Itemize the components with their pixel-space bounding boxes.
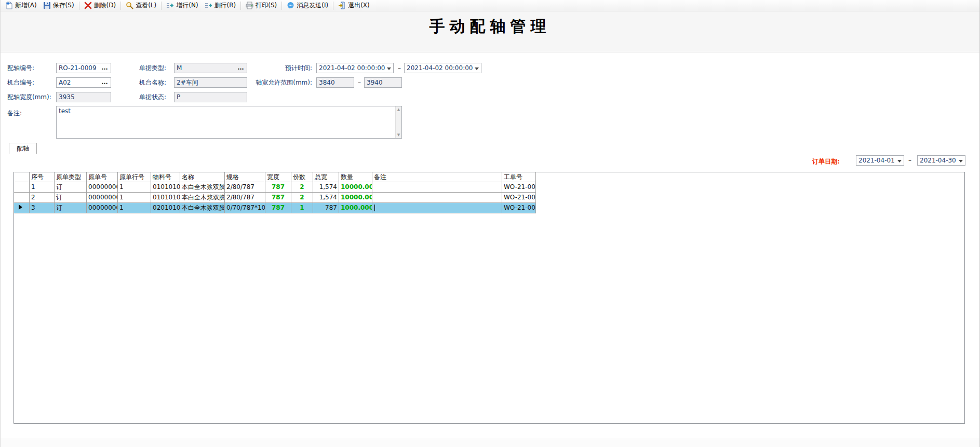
- width-range-to-input[interactable]: 3940: [364, 77, 402, 88]
- cell-material[interactable]: 020101001: [151, 203, 180, 213]
- column-header-qty[interactable]: 数量: [339, 172, 372, 182]
- plan-time-to-dropdown[interactable]: 2021-04-02 00:00:00: [404, 63, 481, 73]
- machine-name-input[interactable]: 2#车间: [174, 77, 247, 88]
- column-header-material[interactable]: 物料号: [151, 172, 180, 182]
- column-header-orig-type[interactable]: 原单类型: [55, 172, 87, 182]
- cell-shares[interactable]: 2: [291, 182, 313, 193]
- cell-spec[interactable]: 0/70/787*1092: [225, 203, 265, 213]
- cell-qty[interactable]: 1000.0000: [339, 203, 372, 213]
- cell-orig-no[interactable]: 0000000003: [87, 193, 118, 203]
- cell-width[interactable]: 787: [265, 203, 291, 213]
- delete-button[interactable]: 删除(D): [81, 0, 119, 11]
- cell-name[interactable]: 本白全木浆双胶纸: [180, 182, 225, 193]
- delete-row-button[interactable]: 删行(R): [202, 0, 239, 11]
- column-header-seq[interactable]: 序号: [30, 172, 55, 182]
- cell-seq[interactable]: 3: [30, 203, 55, 213]
- row-selector-cell[interactable]: [14, 203, 30, 213]
- cell-material[interactable]: 010101010: [151, 182, 180, 193]
- cell-orig-type[interactable]: 订: [55, 203, 87, 213]
- tab-axis-detail[interactable]: 配轴: [9, 143, 37, 154]
- cell-name[interactable]: 本白全木浆双胶纸: [180, 193, 225, 203]
- cell-work-order[interactable]: WO-21-0002: [502, 193, 536, 203]
- width-range-from-input[interactable]: 3840: [316, 77, 354, 88]
- message-send-button[interactable]: 消息发送(I): [284, 0, 331, 11]
- cell-shares[interactable]: 1: [291, 203, 313, 213]
- print-button[interactable]: 打印(S): [243, 0, 280, 11]
- column-header-work-order[interactable]: 工单号: [502, 172, 536, 182]
- axis-width-input[interactable]: 3935: [56, 92, 111, 102]
- cell-total-width[interactable]: 1,574: [313, 193, 339, 203]
- cell-orig-line[interactable]: 1: [118, 203, 151, 213]
- column-header-spec[interactable]: 规格: [225, 172, 265, 182]
- doc-type-label: 单据类型:: [139, 63, 166, 73]
- cell-width[interactable]: 787: [265, 193, 291, 203]
- cell-material[interactable]: 010101010: [151, 193, 180, 203]
- column-header-shares[interactable]: 份数: [291, 172, 313, 182]
- save-button[interactable]: 保存(S): [40, 0, 77, 11]
- cell-remark-editing[interactable]: [372, 203, 502, 213]
- cell-width[interactable]: 787: [265, 182, 291, 193]
- order-date-to-dropdown[interactable]: 2021-04-30: [917, 155, 965, 166]
- doc-type-value: M: [177, 64, 182, 72]
- cell-remark[interactable]: [372, 182, 502, 193]
- cell-name[interactable]: 本白全木浆双胶纸: [180, 203, 225, 213]
- doc-type-input[interactable]: M: [174, 63, 247, 73]
- cell-qty[interactable]: 10000.0000: [339, 193, 372, 203]
- machine-no-lookup-button[interactable]: …: [101, 78, 109, 88]
- cell-orig-line[interactable]: 1: [118, 182, 151, 193]
- toolbar-separator: [281, 2, 282, 10]
- row-selector-cell[interactable]: [14, 182, 30, 193]
- row-selector-header: [14, 172, 30, 182]
- cell-work-order[interactable]: WO-21-0001: [502, 182, 536, 193]
- remark-textarea[interactable]: test ▲▼: [56, 106, 402, 139]
- order-date-from-dropdown[interactable]: 2021-04-01: [856, 155, 904, 166]
- cell-qty[interactable]: 10000.0000: [339, 182, 372, 193]
- axis-no-lookup-button[interactable]: …: [101, 64, 109, 73]
- toolbar-separator: [333, 2, 333, 10]
- exit-button[interactable]: 退出(X): [335, 0, 373, 11]
- save-button-label: 保存(S): [53, 1, 74, 10]
- cell-spec[interactable]: 2/80/787: [225, 193, 265, 203]
- view-button[interactable]: 查看(L): [123, 0, 159, 11]
- cell-seq[interactable]: 1: [30, 182, 55, 193]
- cell-orig-type[interactable]: 订: [55, 193, 87, 203]
- column-header-total-width[interactable]: 总宽: [313, 172, 339, 182]
- doc-type-lookup-button[interactable]: …: [237, 64, 245, 73]
- cell-total-width[interactable]: 787: [313, 203, 339, 213]
- cell-remark[interactable]: [372, 193, 502, 203]
- row-selector-cell[interactable]: [14, 193, 30, 203]
- plan-time-label: 预计时间:: [263, 63, 312, 73]
- width-range-from-value: 3840: [319, 79, 335, 86]
- add-row-button[interactable]: 增行(N): [163, 0, 201, 11]
- scroll-down-icon[interactable]: ▼: [397, 133, 400, 137]
- table-row-selected[interactable]: 3 订 0000000007 1 020101001 本白全木浆双胶纸 0/70…: [14, 203, 536, 213]
- new-document-icon: [5, 2, 13, 9]
- plan-time-from-dropdown[interactable]: 2021-04-02 00:00:00: [316, 63, 394, 73]
- scroll-up-icon[interactable]: ▲: [397, 107, 400, 112]
- order-date-label: 订单日期:: [812, 156, 840, 167]
- cell-orig-type[interactable]: 订: [55, 182, 87, 193]
- column-header-orig-no[interactable]: 原单号: [87, 172, 118, 182]
- doc-status-input[interactable]: P: [174, 92, 247, 102]
- cell-work-order[interactable]: WO-21-0003: [502, 203, 536, 213]
- column-header-remark[interactable]: 备注: [372, 172, 502, 182]
- cell-spec[interactable]: 2/80/787: [225, 182, 265, 193]
- cell-shares[interactable]: 2: [291, 193, 313, 203]
- cell-orig-no[interactable]: 0000000007: [87, 203, 118, 213]
- add-button[interactable]: 新增(A): [2, 0, 40, 11]
- column-header-name[interactable]: 名称: [180, 172, 225, 182]
- cell-total-width[interactable]: 1,574: [313, 182, 339, 193]
- column-header-orig-line[interactable]: 原单行号: [118, 172, 151, 182]
- table-row[interactable]: 2 订 0000000003 1 010101010 本白全木浆双胶纸 2/80…: [14, 193, 536, 203]
- cell-orig-no[interactable]: 0000000006: [87, 182, 118, 193]
- cell-orig-line[interactable]: 1: [118, 193, 151, 203]
- column-header-width[interactable]: 宽度: [265, 172, 291, 182]
- toolbar: 新增(A) 保存(S) 删除(D) 查看(L) 增行(N): [1, 0, 979, 11]
- scrollbar[interactable]: ▲▼: [395, 106, 401, 138]
- cell-seq[interactable]: 2: [30, 193, 55, 203]
- manual-axis-management-window: 新增(A) 保存(S) 删除(D) 查看(L) 增行(N): [0, 0, 980, 447]
- table-row[interactable]: 1 订 0000000006 1 010101010 本白全木浆双胶纸 2/80…: [14, 182, 536, 193]
- view-button-label: 查看(L): [136, 1, 156, 10]
- delete-icon: [84, 2, 92, 9]
- toolbar-separator: [120, 2, 121, 10]
